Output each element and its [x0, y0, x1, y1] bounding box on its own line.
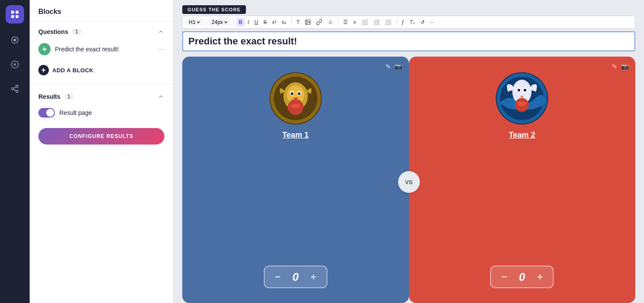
- toolbar-area: GUESS THE SCORE H1 24px B I U S x² x₂ T: [174, 0, 644, 57]
- strikethrough-button[interactable]: S: [261, 18, 269, 27]
- section-divider: [30, 84, 173, 84]
- team1-edit-button[interactable]: ✎: [385, 63, 391, 71]
- result-item: Result page: [30, 104, 173, 121]
- questions-section-header: Questions 1: [30, 22, 173, 40]
- sidebar-item-share[interactable]: [7, 81, 23, 97]
- team2-card: ✎ 📷: [409, 57, 636, 303]
- more-options-button[interactable]: ···: [428, 18, 436, 27]
- toolbar-separator-2: [233, 18, 234, 26]
- main-content-area: GUESS THE SCORE H1 24px B I U S x² x₂ T: [174, 0, 644, 303]
- toolbar-separator-5: [396, 18, 397, 26]
- result-page-label: Result page: [59, 109, 92, 116]
- add-icon: +: [38, 65, 49, 75]
- team1-score-control: − 0 +: [264, 266, 327, 288]
- svg-rect-0: [11, 11, 14, 13]
- sidebar-panel: Blocks Questions 1 Predict the exact res…: [30, 0, 174, 303]
- team2-image-button[interactable]: 📷: [621, 63, 629, 71]
- result-page-toggle[interactable]: [38, 108, 55, 118]
- emoji-button[interactable]: ☺: [325, 18, 335, 27]
- svg-rect-3: [16, 15, 18, 18]
- undo-button[interactable]: ↺: [418, 18, 427, 27]
- team2-score-value: 0: [511, 270, 533, 284]
- configure-results-button[interactable]: CONFIGURE RESULTS: [38, 128, 164, 145]
- toolbar-separator: [206, 18, 206, 26]
- question-title-input[interactable]: [182, 31, 635, 51]
- svg-marker-11: [42, 47, 47, 52]
- superscript-button[interactable]: x²: [270, 18, 279, 27]
- toolbar-separator-4: [338, 18, 338, 26]
- add-block-button[interactable]: + ADD A BLOCK: [38, 62, 164, 78]
- numbered-list-button[interactable]: ≡: [351, 18, 358, 27]
- svg-point-20: [291, 92, 293, 95]
- italic-button[interactable]: I: [245, 18, 251, 27]
- svg-point-29: [524, 89, 526, 91]
- team1-decrease-button[interactable]: −: [271, 270, 285, 284]
- align-left-button[interactable]: ⬜: [359, 18, 370, 27]
- heading-selector[interactable]: H1: [186, 18, 203, 26]
- subscript-button[interactable]: x₂: [279, 18, 289, 27]
- team1-logo: [269, 72, 322, 125]
- team1-image-button[interactable]: 📷: [395, 63, 403, 71]
- team2-decrease-button[interactable]: −: [497, 270, 511, 284]
- link-button[interactable]: [314, 18, 324, 27]
- vs-indicator: VS: [398, 171, 420, 193]
- question-more-button[interactable]: ···: [158, 45, 164, 54]
- svg-point-5: [14, 39, 17, 42]
- target-icon: [10, 36, 19, 44]
- link-icon: [316, 19, 322, 25]
- cards-area: ✎ 📷: [174, 57, 644, 303]
- team2-card-actions: ✎ 📷: [612, 63, 629, 71]
- image-button[interactable]: [303, 18, 313, 27]
- font-size-selector[interactable]: 24px: [209, 18, 231, 26]
- svg-point-6: [16, 85, 18, 88]
- results-count-badge: 1: [64, 93, 74, 100]
- team2-edit-button[interactable]: ✎: [612, 63, 617, 71]
- chevron-up-icon: [157, 28, 164, 35]
- team1-card: ✎ 📷: [182, 57, 409, 303]
- svg-line-10: [14, 87, 16, 88]
- team1-increase-button[interactable]: +: [307, 270, 320, 284]
- questions-collapse-button[interactable]: [157, 28, 164, 35]
- bold-button[interactable]: B: [236, 18, 245, 27]
- lightning-icon: [41, 46, 48, 52]
- underline-button[interactable]: U: [252, 18, 260, 27]
- results-section-header: Results 1: [30, 87, 173, 104]
- toolbar-separator-3: [291, 18, 292, 26]
- add-block-label: ADD A BLOCK: [52, 67, 93, 74]
- team1-score-value: 0: [285, 270, 307, 284]
- team2-increase-button[interactable]: +: [533, 270, 547, 284]
- svg-rect-2: [11, 15, 14, 18]
- app-logo[interactable]: [6, 5, 24, 24]
- team1-eagle-image: [269, 72, 322, 125]
- questions-label: Questions 1: [38, 28, 82, 35]
- sidebar-item-blocks[interactable]: [7, 32, 23, 48]
- question-type-icon: [38, 43, 51, 55]
- svg-point-8: [16, 90, 18, 92]
- question-item[interactable]: Predict the exact result! ···: [30, 40, 173, 59]
- chevron-up-icon: [157, 93, 164, 100]
- chevron-down-icon: [196, 20, 201, 24]
- align-center-button[interactable]: ⬜: [371, 18, 382, 27]
- questions-count-badge: 1: [72, 28, 82, 35]
- sidebar-title: Blocks: [30, 0, 173, 22]
- text-transform-button[interactable]: Tₓ: [407, 18, 417, 27]
- chevron-down-icon-2: [224, 20, 228, 24]
- results-collapse-button[interactable]: [157, 93, 164, 100]
- grid-icon: [10, 10, 20, 19]
- sidebar-item-settings[interactable]: [7, 57, 23, 72]
- share-icon: [10, 84, 19, 93]
- team2-name: Team 2: [509, 131, 535, 140]
- text-format-button[interactable]: T: [294, 18, 302, 27]
- left-navigation: [0, 0, 30, 303]
- special-char-button[interactable]: ƒ: [399, 18, 407, 27]
- align-right-button[interactable]: ⬜: [383, 18, 394, 27]
- formatting-toolbar: H1 24px B I U S x² x₂ T ☺: [182, 16, 635, 29]
- team2-score-control: − 0 +: [490, 266, 554, 288]
- gear-icon: [10, 60, 19, 69]
- svg-point-28: [518, 89, 520, 91]
- bullet-list-button[interactable]: ☰: [341, 18, 350, 27]
- guess-the-score-badge: GUESS THE SCORE: [182, 5, 635, 16]
- results-label: Results 1: [38, 93, 74, 100]
- team2-logo: [496, 72, 548, 125]
- team2-eagle-image: [496, 72, 548, 125]
